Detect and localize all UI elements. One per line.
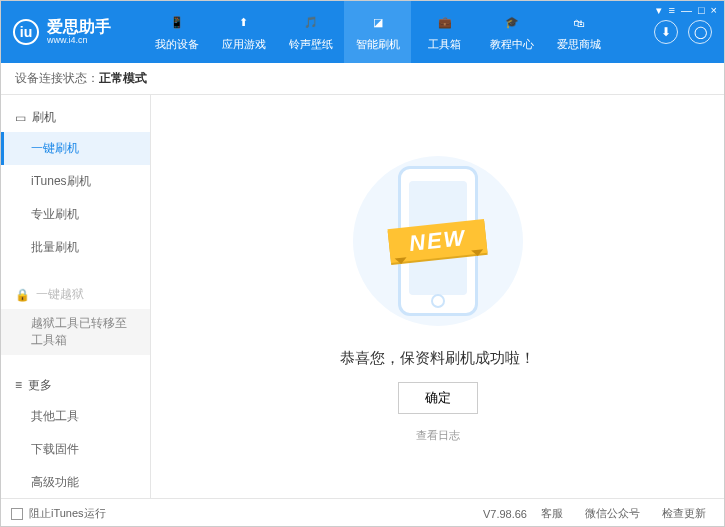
store-icon: 🛍 bbox=[569, 13, 589, 33]
sidebar-item-other-tools[interactable]: 其他工具 bbox=[1, 400, 150, 433]
maximize-icon[interactable]: □ bbox=[698, 4, 705, 17]
nav-smart-flash[interactable]: ◪智能刷机 bbox=[344, 1, 411, 63]
sidebar-item-advanced[interactable]: 高级功能 bbox=[1, 466, 150, 498]
menu-icon[interactable]: ≡ bbox=[668, 4, 674, 17]
ok-button[interactable]: 确定 bbox=[398, 382, 478, 414]
header-actions: ⬇ ◯ bbox=[654, 20, 712, 44]
sidebar-item-download-firmware[interactable]: 下载固件 bbox=[1, 433, 150, 466]
label-block-itunes: 阻止iTunes运行 bbox=[29, 506, 106, 521]
sidebar-head-jailbreak: 🔒 一键越狱 bbox=[1, 280, 150, 309]
sidebar-head-more[interactable]: ≡ 更多 bbox=[1, 371, 150, 400]
view-log-link[interactable]: 查看日志 bbox=[416, 428, 460, 443]
app-url: www.i4.cn bbox=[47, 36, 111, 46]
toolbox-icon: 💼 bbox=[435, 13, 455, 33]
nav-apps-games[interactable]: ⬆应用游戏 bbox=[210, 1, 277, 63]
sidebar-item-batch-flash[interactable]: 批量刷机 bbox=[1, 231, 150, 264]
sidebar-item-onekey-flash[interactable]: 一键刷机 bbox=[1, 132, 150, 165]
footer-link-update[interactable]: 检查更新 bbox=[662, 506, 706, 521]
success-message: 恭喜您，保资料刷机成功啦！ bbox=[340, 349, 535, 368]
status-value: 正常模式 bbox=[99, 70, 147, 87]
sidebar: ▭ 刷机 一键刷机 iTunes刷机 专业刷机 批量刷机 🔒 一键越狱 越狱工具… bbox=[1, 95, 151, 498]
download-button[interactable]: ⬇ bbox=[654, 20, 678, 44]
close-icon[interactable]: × bbox=[711, 4, 717, 17]
nav-toolbox[interactable]: 💼工具箱 bbox=[411, 1, 478, 63]
status-bar: 设备连接状态： 正常模式 bbox=[1, 63, 724, 95]
device-icon: 📱 bbox=[167, 13, 187, 33]
nav-ringtone-wallpaper[interactable]: 🎵铃声壁纸 bbox=[277, 1, 344, 63]
nav-my-device[interactable]: 📱我的设备 bbox=[143, 1, 210, 63]
tutorial-icon: 🎓 bbox=[502, 13, 522, 33]
main-content: NEW 恭喜您，保资料刷机成功啦！ 确定 查看日志 bbox=[151, 95, 724, 498]
music-icon: 🎵 bbox=[301, 13, 321, 33]
footer-link-support[interactable]: 客服 bbox=[541, 506, 563, 521]
sidebar-head-flash[interactable]: ▭ 刷机 bbox=[1, 103, 150, 132]
sidebar-jailbreak-note: 越狱工具已转移至工具箱 bbox=[1, 309, 150, 355]
main-nav: 📱我的设备 ⬆应用游戏 🎵铃声壁纸 ◪智能刷机 💼工具箱 🎓教程中心 🛍爱思商城 bbox=[143, 1, 654, 63]
footer: 阻止iTunes运行 V7.98.66 客服 微信公众号 检查更新 bbox=[1, 498, 724, 527]
nav-tutorials[interactable]: 🎓教程中心 bbox=[478, 1, 545, 63]
success-illustration: NEW bbox=[323, 151, 553, 331]
logo: iu 爱思助手 www.i4.cn bbox=[13, 18, 143, 45]
header: iu 爱思助手 www.i4.cn 📱我的设备 ⬆应用游戏 🎵铃声壁纸 ◪智能刷… bbox=[1, 1, 724, 63]
user-button[interactable]: ◯ bbox=[688, 20, 712, 44]
version-label: V7.98.66 bbox=[483, 508, 527, 520]
app-title: 爱思助手 bbox=[47, 18, 111, 36]
sidebar-item-itunes-flash[interactable]: iTunes刷机 bbox=[1, 165, 150, 198]
nav-store[interactable]: 🛍爱思商城 bbox=[545, 1, 612, 63]
minimize-icon[interactable]: — bbox=[681, 4, 692, 17]
window-controls: ▾ ≡ — □ × bbox=[656, 4, 717, 17]
checkbox-block-itunes[interactable] bbox=[11, 508, 23, 520]
footer-link-wechat[interactable]: 微信公众号 bbox=[585, 506, 640, 521]
logo-icon: iu bbox=[13, 19, 39, 45]
lock-icon: 🔒 bbox=[15, 288, 30, 302]
apps-icon: ⬆ bbox=[234, 13, 254, 33]
sidebar-item-pro-flash[interactable]: 专业刷机 bbox=[1, 198, 150, 231]
status-prefix: 设备连接状态： bbox=[15, 70, 99, 87]
flash-icon: ◪ bbox=[368, 13, 388, 33]
dropdown-icon[interactable]: ▾ bbox=[656, 4, 662, 17]
